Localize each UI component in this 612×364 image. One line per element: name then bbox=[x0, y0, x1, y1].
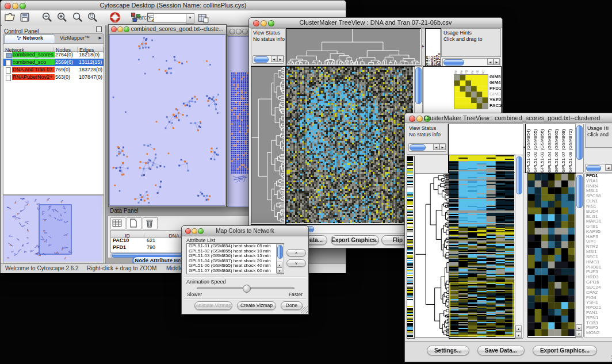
gene-label[interactable]: MON2 bbox=[585, 331, 612, 336]
heatmap-panel[interactable] bbox=[286, 66, 415, 225]
treeview-dna-titlebar[interactable]: ClusterMaker TreeView : DNA and Tran 07-… bbox=[249, 18, 502, 28]
usage-hscroll[interactable]: ◀ ▶ bbox=[585, 164, 612, 173]
slider-thumb[interactable] bbox=[243, 285, 251, 293]
move-down-button[interactable]: ∨ bbox=[286, 259, 306, 267]
network-table-header[interactable]: NetworkNodesEdges bbox=[3, 44, 104, 52]
heatmap-vscroll[interactable]: ▲ ▼ bbox=[515, 155, 523, 339]
help-button[interactable] bbox=[109, 12, 122, 24]
create-vizmap-button[interactable]: Create Vizmap bbox=[237, 301, 276, 310]
row-dendrogram-panel[interactable] bbox=[415, 173, 450, 338]
scroll-right-icon[interactable]: ▶ bbox=[439, 144, 446, 150]
network-table-row[interactable]: RNAPuberNov2+ 563(0) 107847(0) bbox=[3, 74, 104, 81]
zoom-heatmap-canvas[interactable] bbox=[528, 174, 575, 336]
row-dendrogram-canvas[interactable] bbox=[251, 67, 284, 223]
search-dropdown-icon[interactable]: ▼ bbox=[186, 13, 194, 24]
zoom-vscroll[interactable]: ▲ ▼ bbox=[575, 173, 584, 338]
treeview-button[interactable]: Save Data... bbox=[477, 346, 525, 355]
minimize-icon[interactable] bbox=[236, 29, 242, 35]
network-table-row[interactable]: DNA and Tran 07 769(0) 183728(0) bbox=[3, 66, 104, 74]
move-up-button[interactable]: ∧ bbox=[286, 249, 306, 256]
zoom-out-button[interactable] bbox=[41, 12, 54, 24]
gene-label[interactable]: PAC10 bbox=[489, 103, 501, 109]
attribute-list[interactable]: GPL51-01 (GSM854) heat shock 05 minGPL51… bbox=[186, 243, 284, 274]
zoom-fit-button[interactable] bbox=[72, 12, 85, 24]
column-label[interactable]: GPL51-02 (GSM855) bbox=[533, 124, 540, 173]
tab-vizmapper[interactable]: VizMapper™ bbox=[56, 35, 93, 41]
done-button[interactable]: Done bbox=[281, 301, 303, 310]
global-overview-strip[interactable] bbox=[407, 156, 415, 339]
gene-label[interactable]: GIM3 bbox=[489, 91, 501, 97]
dialog-titlebar[interactable]: Map Colors to Network bbox=[182, 226, 308, 236]
gene-label[interactable]: GIM5 bbox=[489, 74, 501, 80]
column-dendrogram-canvas[interactable] bbox=[286, 29, 420, 64]
close-icon[interactable] bbox=[230, 29, 235, 35]
treeview-combined-titlebar[interactable]: ClusterMaker TreeView : combined_scores_… bbox=[405, 113, 612, 123]
zoom-window-icon[interactable] bbox=[124, 26, 129, 32]
column-label[interactable]: GPL51-06 (GSM865) bbox=[554, 124, 561, 173]
close-icon[interactable] bbox=[111, 26, 117, 32]
scroll-left-icon[interactable]: ◀ bbox=[433, 144, 439, 150]
heatmap-canvas[interactable] bbox=[449, 155, 514, 337]
scroll-up-icon[interactable]: ▲ bbox=[576, 324, 582, 331]
network-canvas[interactable] bbox=[109, 35, 225, 206]
main-titlebar[interactable]: Cytoscape Desktop (Session Name: collins… bbox=[1, 1, 346, 10]
scroll-down-icon[interactable]: ▼ bbox=[277, 267, 282, 273]
scroll-down-icon[interactable]: ▼ bbox=[576, 331, 582, 337]
zoom-heatmap-canvas[interactable] bbox=[454, 74, 488, 109]
column-label[interactable]: GPL51-08 (GSM872) bbox=[568, 124, 575, 173]
zoom-heatmap-panel[interactable] bbox=[527, 173, 576, 338]
network-overview-panel[interactable] bbox=[3, 195, 104, 263]
scroll-left-icon[interactable]: ◀ bbox=[487, 59, 494, 65]
column-labels-vscroll[interactable] bbox=[575, 124, 584, 173]
scroll-down-icon[interactable]: ▼ bbox=[515, 332, 522, 338]
column-label[interactable]: GIM4 bbox=[428, 29, 430, 66]
zoom-selected-button[interactable] bbox=[87, 12, 100, 24]
scroll-right-icon[interactable]: ▶ bbox=[277, 56, 284, 62]
column-label[interactable]: GPL51-04 (GSM857) bbox=[547, 124, 554, 173]
minimize-icon[interactable] bbox=[117, 26, 123, 32]
resize-grip[interactable] bbox=[301, 306, 308, 313]
column-label[interactable]: GPL51-03 (GSM856) bbox=[540, 124, 546, 173]
column-label[interactable]: GPL51-01 (GSM854) bbox=[526, 124, 533, 173]
tab-network[interactable]: Network bbox=[5, 35, 55, 44]
scroll-up-icon[interactable]: ▲ bbox=[515, 325, 522, 332]
new-attribute-button[interactable] bbox=[127, 217, 141, 229]
scroll-right-icon[interactable]: ▶ bbox=[494, 59, 500, 65]
scroll-left-icon[interactable]: ◀ bbox=[271, 56, 277, 62]
save-button[interactable] bbox=[19, 12, 32, 24]
view-status-hscroll[interactable]: ◀ ▶ bbox=[253, 55, 284, 64]
treeview-button[interactable]: Export Graphics... bbox=[331, 235, 379, 245]
open-file-button[interactable] bbox=[4, 12, 17, 24]
network-table-button[interactable] bbox=[197, 12, 210, 25]
gene-label[interactable]: PFD1 bbox=[489, 86, 501, 91]
column-dendrogram-panel[interactable] bbox=[286, 28, 422, 66]
network-overview-canvas[interactable] bbox=[3, 196, 102, 262]
delete-attribute-button[interactable] bbox=[143, 217, 158, 229]
attribute-item[interactable]: GPL51-07 (GSM868) heat shock 60 min bbox=[187, 269, 284, 274]
heatmap-panel[interactable] bbox=[449, 155, 516, 339]
row-dendrogram-canvas[interactable] bbox=[415, 174, 449, 336]
scroll-up-icon[interactable]: ▲ bbox=[277, 262, 282, 267]
network-view-titlebar[interactable]: combined_scores_good.txt--cluste... bbox=[109, 25, 226, 35]
attribute-list-vscroll[interactable]: ▲ ▼ bbox=[276, 244, 284, 274]
float-panel-icon[interactable] bbox=[96, 26, 102, 32]
zoom-in-button[interactable] bbox=[56, 12, 69, 24]
network-table-row[interactable]: combined_scores 2764(0) 16218(0) bbox=[3, 51, 104, 59]
gene-label[interactable]: GIM4 bbox=[489, 80, 501, 86]
usage-hscroll[interactable]: ◀ ▶ bbox=[442, 58, 500, 67]
column-label[interactable]: PAC10 bbox=[438, 29, 440, 66]
heatmap-canvas[interactable] bbox=[286, 67, 413, 223]
gene-label[interactable]: YKE2 bbox=[489, 97, 501, 103]
attribute-table-button[interactable] bbox=[110, 217, 125, 229]
global-strip-canvas[interactable] bbox=[407, 156, 413, 337]
column-label[interactable]: GPL51-07 (GSM868) bbox=[561, 124, 568, 173]
tab-overflow-icon[interactable]: ▶ bbox=[99, 36, 102, 40]
search-input[interactable] bbox=[154, 13, 187, 22]
animation-speed-slider[interactable] bbox=[197, 288, 294, 289]
network-table-row[interactable]: combined_sco 2569(6) 13112(15) bbox=[3, 59, 104, 66]
treeview-button[interactable]: Export Graphics... bbox=[533, 346, 597, 355]
row-dendrogram-panel[interactable] bbox=[251, 66, 286, 225]
zoom-window-icon[interactable] bbox=[242, 29, 248, 35]
view-status-hscroll[interactable]: ◀ ▶ bbox=[408, 143, 446, 152]
scroll-left-icon[interactable]: ◀ bbox=[605, 164, 611, 171]
